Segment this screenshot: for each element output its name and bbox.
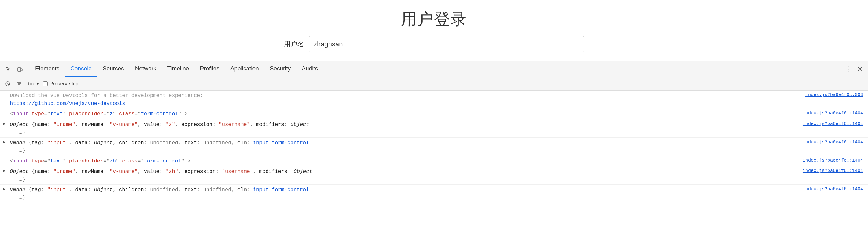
preserve-log-checkbox[interactable]: [43, 81, 48, 86]
level-filter-select[interactable]: top ▾: [26, 80, 40, 87]
log-entry: ▶ VNode {tag: "input", data: Object, chi…: [0, 185, 868, 203]
log-content: VNode {tag: "input", data: Object, child…: [10, 139, 868, 155]
form-row: 用户名: [284, 36, 584, 52]
tab-security[interactable]: Security: [265, 61, 297, 77]
log-entry: ▶ VNode {tag: "input", data: Object, chi…: [0, 138, 868, 156]
tab-console[interactable]: Console: [65, 61, 97, 77]
clear-console-icon[interactable]: [3, 79, 12, 88]
log-entry: ▶ Object {name: "uname", rawName: "v-una…: [0, 166, 868, 185]
log-entry: Download the Vue Devtools for a better d…: [0, 90, 868, 109]
log-entry: <input type="text" placeholder="zh" clas…: [0, 156, 868, 167]
tab-profiles[interactable]: Profiles: [194, 61, 225, 77]
inspect-icon[interactable]: [2, 64, 14, 75]
username-input[interactable]: [309, 36, 584, 52]
toolbar-separator: [28, 65, 28, 73]
expand-arrow[interactable]: ▶: [3, 187, 5, 191]
log-source[interactable]: index.js?ba6e4f6…:1404: [803, 111, 863, 116]
close-devtools-icon[interactable]: ✕: [854, 64, 866, 75]
tab-audits[interactable]: Audits: [296, 61, 323, 77]
svg-rect-0: [18, 68, 21, 71]
expand-arrow[interactable]: ▶: [3, 121, 5, 126]
expand-arrow[interactable]: ▶: [3, 140, 5, 145]
log-content: Download the Vue Devtools for a better d…: [10, 92, 868, 107]
devtools-panel: Elements Console Sources Network Timelin…: [0, 61, 868, 228]
device-toggle-icon[interactable]: [14, 64, 26, 75]
log-content: <input type="text" placeholder="z" class…: [10, 110, 868, 118]
more-options-icon[interactable]: ⋮: [842, 64, 854, 75]
devtools-tabbar: Elements Console Sources Network Timelin…: [0, 61, 868, 77]
log-source[interactable]: index.js?ba6e4f6…:1404: [803, 158, 863, 163]
log-source[interactable]: index.js?ba6e4f6…:1404: [803, 121, 863, 126]
log-content: Object {name: "uname", rawName: "v-uname…: [10, 121, 868, 136]
tab-application[interactable]: Application: [225, 61, 265, 77]
log-source[interactable]: index.js?ba6e4f6…:1404: [803, 187, 863, 192]
log-entry: <input type="text" placeholder="z" class…: [0, 109, 868, 119]
page-area: 用户登录 用户名: [0, 0, 868, 61]
filter-icon[interactable]: [15, 79, 24, 88]
preserve-log-label[interactable]: Preserve log: [43, 81, 79, 87]
log-content: Object {name: "uname", rawName: "v-uname…: [10, 168, 868, 183]
log-source[interactable]: index.js?ba6e4f6…:1404: [803, 140, 863, 145]
tab-elements[interactable]: Elements: [30, 61, 65, 77]
expand-arrow[interactable]: ▶: [3, 168, 5, 173]
tab-sources[interactable]: Sources: [97, 61, 130, 77]
chevron-down-icon: ▾: [37, 82, 38, 86]
log-content: VNode {tag: "input", data: Object, child…: [10, 186, 868, 201]
console-toolbar: top ▾ Preserve log: [0, 77, 868, 90]
log-source[interactable]: index.js?ba6e4f6…:1404: [803, 168, 863, 174]
log-entry: ▶ Object {name: "uname", rawName: "v-una…: [0, 119, 868, 138]
svg-rect-1: [21, 69, 22, 71]
svg-line-3: [6, 83, 9, 85]
tab-network[interactable]: Network: [130, 61, 162, 77]
log-content: <input type="text" placeholder="zh" clas…: [10, 157, 868, 165]
form-label: 用户名: [284, 40, 304, 49]
page-title: 用户登录: [401, 8, 467, 30]
console-log-area[interactable]: Download the Vue Devtools for a better d…: [0, 90, 868, 228]
log-source[interactable]: index.js?ba6e4f0…:003: [805, 92, 863, 98]
tab-timeline[interactable]: Timeline: [162, 61, 194, 77]
